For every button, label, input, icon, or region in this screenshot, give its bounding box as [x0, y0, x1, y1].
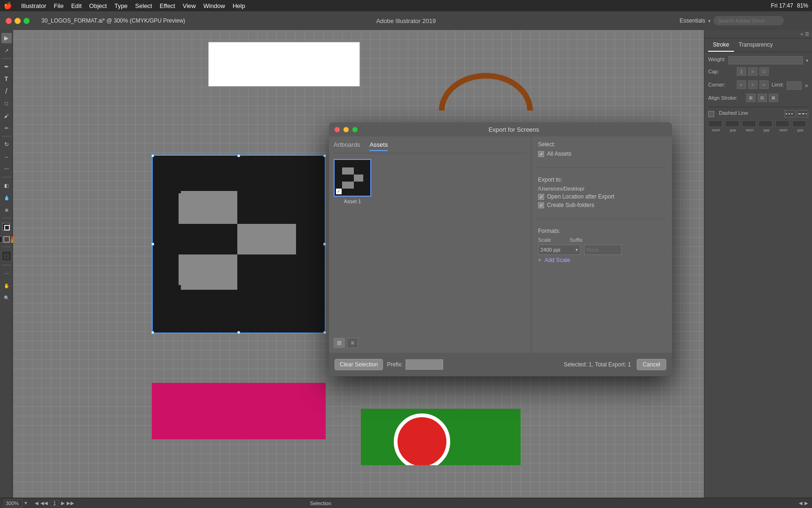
corner-bevel-icon[interactable]: ⌐	[759, 80, 769, 89]
text-tool[interactable]: T	[1, 74, 12, 84]
dash-input-3[interactable]	[775, 120, 789, 127]
grid-view-button[interactable]: ⊞	[334, 338, 345, 348]
fill-icon[interactable]	[0, 236, 2, 243]
line-tool[interactable]: /	[1, 86, 12, 96]
prefix-input[interactable]	[406, 359, 443, 370]
cancel-button[interactable]: Cancel	[637, 359, 666, 370]
scale-dropdown[interactable]: 2400 ppi ▾	[538, 245, 580, 255]
eyedropper-tool[interactable]: 💧	[1, 192, 12, 203]
asset-thumbnail[interactable]: ✓	[334, 159, 371, 197]
cap-round-icon[interactable]: ○	[748, 67, 757, 76]
fill-stroke-colors[interactable]	[1, 222, 12, 232]
reflect-tool[interactable]: ↔	[1, 151, 12, 162]
warp-tool[interactable]: 〰	[1, 164, 12, 174]
cap-square-icon[interactable]: □	[759, 67, 769, 76]
paintbrush-tool[interactable]: 🖌	[1, 111, 12, 121]
limit-x-icon[interactable]: ✕	[804, 83, 808, 88]
suffix-input[interactable]	[584, 245, 622, 255]
nav-next2-icon[interactable]: ▶▶	[67, 500, 74, 506]
export-dialog[interactable]: Export for Screens Artboards Assets	[329, 122, 672, 376]
menu-edit[interactable]: Edit	[67, 0, 85, 11]
cap-butt-icon[interactable]: |	[737, 67, 746, 76]
close-button[interactable]	[6, 18, 12, 24]
nav-prev2-icon[interactable]: ◀◀	[40, 500, 48, 506]
zoom-dropdown-arrow[interactable]: ▾	[24, 500, 27, 506]
align-inside-icon[interactable]: ⊟	[757, 94, 767, 102]
asset-checkbox[interactable]: ✓	[336, 189, 342, 194]
zoom-tool[interactable]: 🔍	[1, 293, 12, 303]
gap-input-3[interactable]	[792, 120, 806, 127]
dash-style-1[interactable]	[784, 110, 796, 118]
svg-rect-11	[179, 224, 237, 254]
dash-style-2[interactable]	[797, 110, 808, 118]
rectangle-tool[interactable]: □	[1, 98, 12, 109]
create-subfolders-checkbox[interactable]: ✓	[538, 202, 544, 208]
nav-next-icon[interactable]: ▶	[61, 500, 65, 506]
selection-tool[interactable]: ▶	[1, 33, 12, 43]
dash-input-2[interactable]	[742, 120, 756, 127]
menu-file[interactable]: File	[50, 0, 67, 11]
list-view-button[interactable]: ≡	[347, 338, 358, 348]
stroke-icon[interactable]	[3, 236, 10, 243]
dash-input-1[interactable]	[708, 120, 722, 127]
align-outside-icon[interactable]: ⊠	[769, 94, 778, 102]
weight-input[interactable]	[728, 56, 803, 64]
essentials-chevron-icon[interactable]: ▾	[708, 18, 710, 24]
blend-tool[interactable]: ⊕	[1, 205, 12, 215]
menu-help[interactable]: Help	[229, 0, 249, 11]
maximize-button[interactable]	[23, 18, 30, 24]
add-scale-button[interactable]: + Add Scale	[538, 257, 665, 263]
hand-tool[interactable]: ✋	[1, 280, 12, 291]
tab-transparency[interactable]: Transparency	[734, 39, 778, 52]
apple-menu[interactable]: 🍎	[4, 2, 12, 9]
corner-miter-icon[interactable]: ⌐	[737, 80, 746, 89]
menu-select[interactable]: Select	[132, 0, 156, 11]
tab-assets[interactable]: Assets	[369, 141, 388, 151]
pen-tool[interactable]: ✒	[1, 62, 12, 72]
assets-grid: ✓ Asset 1	[334, 159, 526, 334]
panel-options-icon[interactable]: ☰	[805, 32, 809, 37]
minimize-button[interactable]	[15, 18, 21, 24]
dialog-minimize-button[interactable]	[344, 127, 349, 132]
menu-type[interactable]: Type	[110, 0, 131, 11]
menu-window[interactable]: Window	[200, 0, 229, 11]
search-stock-input[interactable]	[713, 16, 784, 25]
corner-round-icon[interactable]: ○	[748, 80, 757, 89]
asset-item-1[interactable]: ✓ Asset 1	[334, 159, 371, 334]
dialog-close-button[interactable]	[335, 127, 340, 132]
dialog-title: Export for Screens	[361, 126, 666, 133]
menu-illustrator[interactable]: Illustrator	[17, 0, 50, 11]
dashed-line-checkbox[interactable]	[708, 111, 714, 117]
artboard-prev-icon[interactable]: ◀	[799, 500, 803, 506]
page-input[interactable]	[50, 500, 59, 507]
limit-input[interactable]	[787, 81, 802, 90]
clear-selection-button[interactable]: Clear Selection	[335, 359, 383, 370]
tab-artboards[interactable]: Artboards	[334, 141, 360, 151]
prefix-area: Prefix:	[387, 359, 443, 370]
asset-tool[interactable]: ⬚	[1, 251, 12, 261]
essentials-label[interactable]: Essentials	[679, 17, 705, 24]
active-tab[interactable]: 30_LOGOS_FORMAT.ai* @ 300% (CMYK/GPU Pre…	[38, 16, 189, 26]
left-toolbar: ▶ ↗ ✒ T / □ 🖌 ✏ ↻ ↔ 〰 ◧ 💧 ⊕ ⬚ ···	[0, 30, 13, 498]
menu-object[interactable]: Object	[86, 0, 111, 11]
dialog-maximize-button[interactable]	[352, 127, 358, 132]
gap-input-2[interactable]	[758, 120, 773, 127]
tab-stroke[interactable]: Stroke	[708, 39, 734, 52]
direct-selection-tool[interactable]: ↗	[1, 45, 12, 56]
menu-effect[interactable]: Effect	[156, 0, 179, 11]
gap-input-1[interactable]	[725, 120, 739, 127]
artboard-next-icon[interactable]: ▶	[804, 500, 808, 506]
open-location-checkbox[interactable]: ✓	[538, 194, 544, 200]
zoom-input[interactable]	[4, 500, 23, 507]
more-tools[interactable]: ···	[1, 268, 12, 278]
pencil-tool[interactable]: ✏	[1, 123, 12, 133]
nav-prev-icon[interactable]: ◀	[35, 500, 39, 506]
menu-view[interactable]: View	[179, 0, 200, 11]
align-center-icon[interactable]: ⊞	[746, 94, 756, 102]
all-assets-checkbox[interactable]: ✓	[538, 151, 544, 157]
rotate-tool[interactable]: ↻	[1, 139, 12, 150]
collapse-icon[interactable]: «	[800, 32, 803, 37]
gradient-tool[interactable]: ◧	[1, 180, 12, 190]
artboard-black[interactable]	[152, 155, 326, 333]
handle-bc	[237, 331, 240, 334]
